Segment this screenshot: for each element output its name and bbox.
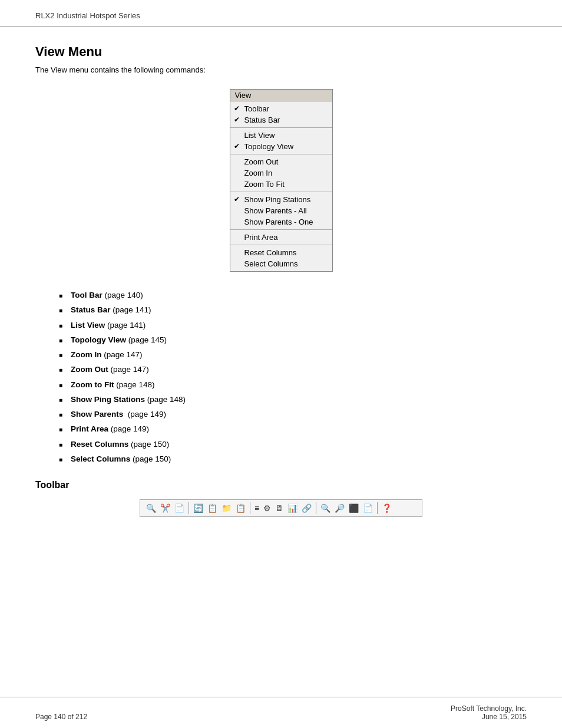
- toolbar-icon-3[interactable]: 📄: [173, 503, 186, 513]
- toolbar-sep-2: [250, 502, 250, 514]
- menu-section-6: Reset Columns Select Columns: [230, 245, 332, 271]
- list-item-listview: List View (page 141): [59, 319, 527, 331]
- list-item-showparents: Show Parents (page 149): [59, 409, 527, 420]
- toolbar-icon-1[interactable]: 🔍: [145, 503, 157, 513]
- list-item-printarea: Print Area (page 149): [59, 423, 527, 435]
- list-item-resetcolumns: Reset Columns (page 150): [59, 439, 527, 450]
- menu-section-5: Print Area: [230, 230, 332, 245]
- toolbar-icon-12[interactable]: 🔗: [300, 503, 313, 513]
- footer-right: ProSoft Technology, Inc. June 15, 2015: [451, 704, 527, 721]
- toolbar-icon-7[interactable]: 📋: [234, 503, 247, 513]
- view-menu: View Toolbar Status Bar List View Topolo…: [230, 89, 333, 272]
- toolbar-sep-3: [316, 502, 316, 514]
- menu-section-4: Show Ping Stations Show Parents - All Sh…: [230, 192, 332, 230]
- toolbar-icon-6[interactable]: 📁: [220, 503, 233, 513]
- menu-item-resetcolumns[interactable]: Reset Columns: [230, 247, 332, 258]
- menu-item-zoomtofit[interactable]: Zoom To Fit: [230, 179, 332, 190]
- menu-item-zoomin[interactable]: Zoom In: [230, 167, 332, 179]
- main-content: View Menu The View menu contains the fol…: [0, 27, 562, 552]
- list-item-zoomout: Zoom Out (page 147): [59, 364, 527, 375]
- toolbar-sep-1: [189, 502, 189, 514]
- toolbar-icon-17[interactable]: ❓: [381, 503, 393, 513]
- footer-company: ProSoft Technology, Inc.: [451, 704, 527, 713]
- toolbar-icon-9[interactable]: ⚙: [262, 503, 272, 513]
- menu-item-statusbar[interactable]: Status Bar: [230, 114, 332, 126]
- toolbar-icon-11[interactable]: 📊: [286, 503, 299, 513]
- toolbar-icon-10[interactable]: 🖥: [274, 503, 285, 513]
- intro-text: The View menu contains the following com…: [35, 65, 527, 74]
- menu-item-showpingstations[interactable]: Show Ping Stations: [230, 194, 332, 205]
- toolbar-icon-16[interactable]: 📄: [362, 503, 374, 513]
- toolbar-sep-4: [377, 502, 378, 514]
- page-footer: Page 140 of 212 ProSoft Technology, Inc.…: [0, 697, 562, 728]
- menu-item-zoomout[interactable]: Zoom Out: [230, 156, 332, 167]
- menu-section-2: List View Topology View: [230, 128, 332, 154]
- section-title: View Menu: [35, 44, 527, 60]
- toolbar-icon-14[interactable]: 🔎: [333, 503, 346, 513]
- menu-item-topologyview[interactable]: Topology View: [230, 141, 332, 152]
- toolbar-section-title: Toolbar: [35, 480, 527, 490]
- list-item-selectcolumns: Select Columns (page 150): [59, 453, 527, 465]
- page-header: RLX2 Industrial Hotspot Series: [0, 0, 562, 27]
- toolbar-icon-2[interactable]: ✂️: [159, 503, 171, 513]
- menu-screenshot-container: View Toolbar Status Bar List View Topolo…: [35, 89, 527, 272]
- menu-title: View: [230, 90, 332, 101]
- toolbar-icon-5[interactable]: 📋: [206, 503, 219, 513]
- menu-item-selectcolumns[interactable]: Select Columns: [230, 258, 332, 269]
- toolbar-icon-8[interactable]: ≡: [253, 503, 260, 513]
- footer-page-info: Page 140 of 212: [35, 713, 87, 721]
- footer-date: June 15, 2015: [451, 713, 527, 721]
- list-item-topologyview: Topology View (page 145): [59, 334, 527, 346]
- list-item-zoomtofit: Zoom to Fit (page 148): [59, 379, 527, 391]
- toolbar-icon-15[interactable]: ⬛: [348, 503, 360, 513]
- menu-item-showparentsall[interactable]: Show Parents - All: [230, 205, 332, 216]
- menu-item-showparentsone[interactable]: Show Parents - One: [230, 216, 332, 228]
- list-item-showpingstations: Show Ping Stations (page 148): [59, 394, 527, 406]
- menu-section-1: Toolbar Status Bar: [230, 101, 332, 128]
- toolbar-image-container: 🔍 ✂️ 📄 🔄 📋 📁 📋 ≡ ⚙ 🖥 📊 🔗 🔍 🔎 ⬛ 📄 ❓: [35, 499, 527, 517]
- list-item-toolbar: Tool Bar (page 140): [59, 289, 527, 301]
- list-item-statusbar: Status Bar (page 141): [59, 304, 527, 316]
- header-title: RLX2 Industrial Hotspot Series: [35, 11, 140, 20]
- menu-section-3: Zoom Out Zoom In Zoom To Fit: [230, 154, 332, 192]
- list-item-zoomin: Zoom In (page 147): [59, 349, 527, 361]
- bullet-list: Tool Bar (page 140) Status Bar (page 141…: [59, 289, 527, 465]
- menu-item-toolbar[interactable]: Toolbar: [230, 103, 332, 114]
- menu-item-listview[interactable]: List View: [230, 130, 332, 141]
- toolbar-icon-13[interactable]: 🔍: [319, 503, 332, 513]
- toolbar-icon-4[interactable]: 🔄: [192, 503, 204, 513]
- toolbar-image: 🔍 ✂️ 📄 🔄 📋 📁 📋 ≡ ⚙ 🖥 📊 🔗 🔍 🔎 ⬛ 📄 ❓: [140, 499, 422, 517]
- menu-item-printarea[interactable]: Print Area: [230, 232, 332, 243]
